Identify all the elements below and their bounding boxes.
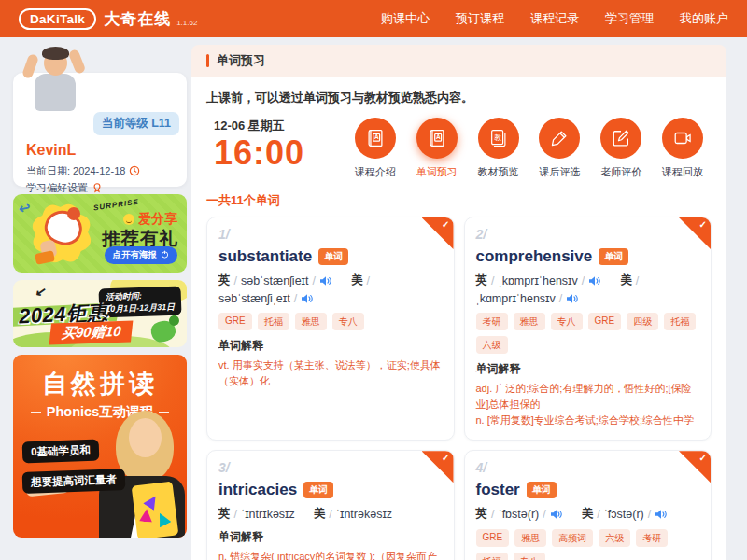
current-date-label: 当前日期: 2024-12-18 [26,164,125,178]
brand-name: 大奇在线 [104,8,171,30]
card-index: 4/ [476,460,700,475]
exam-tag: 托福 [664,313,696,330]
explain-label: 单词解释 [218,338,443,354]
arrow-icon: ↙ [35,283,48,300]
action-教材预览[interactable]: 教 教材预览 [470,118,528,179]
card-index: 1/ [218,227,443,242]
phonetics-row: 英/ˈfɒstə(r)/美/ˈfɔstə(r)/ [476,506,700,522]
version-label: 1.1.62 [176,19,197,27]
profile-section: 当前等级 L11 KevinL 当前日期: 2024-12-18 学习偏好设置 … [13,45,187,187]
surprise-label: SURPRISE [93,198,140,213]
top-nav-bar: DaKiTalk 大奇在线 1.1.62 购课中心预订课程课程记录学习管理我的账… [0,0,747,37]
pencil-icon [539,118,580,159]
lesson-time-block: 12-06 星期五 16:00 [206,118,346,172]
speaker-icon[interactable] [301,293,314,304]
intro-text: 上课前，可以透过单词预习与教材预览熟悉内容。 [206,90,712,106]
exam-tags: GRE雅思高频词六级考研托福专八 [476,529,700,560]
exam-tag: 四级 [627,313,658,330]
preferences-label: 学习偏好设置 [26,181,88,195]
username: KevinL [26,142,76,159]
preferences-row[interactable]: 学习偏好设置 [26,181,103,195]
definitions: n. 错综复杂( intricacy的名词复数 );（因复杂而产生的）难以理解;… [218,549,443,560]
textbook-icon: 教 [478,118,519,159]
exam-tag: 雅思 [514,529,546,547]
exam-tag: 雅思 [295,313,327,330]
action-老师评价[interactable]: 老师评价 [592,118,650,179]
speaker-icon[interactable] [319,275,332,287]
nav-item[interactable]: 我的账户 [680,10,728,27]
exam-tag: GRE [218,313,252,330]
exam-tag: GRE [588,313,622,330]
check-icon: ✓ [699,453,707,463]
exam-tags: GRE托福雅思专八 [218,313,443,330]
definition-line: adj. 广泛的;综合的;有理解力的，悟性好的;[保险业]总体担保的 [476,381,700,413]
schedule-row: 12-06 星期五 16:00 A 课程介绍 A 单词预习 教 教材预览 课后评… [206,118,712,179]
word-card-grid: ✓ 1/ substantiate 单词 英/səbˈstænʃieɪt/美/s… [206,217,712,560]
promo-time-badge: 活动时间: 10月1日-12月31日 [98,286,181,317]
nav-item[interactable]: 预订课程 [456,10,504,27]
exam-tag: 考研 [476,313,508,330]
word-text: substantiate [218,247,312,266]
definitions: adj. 广泛的;综合的;有理解力的，悟性好的;[保险业]总体担保的n. [常用… [476,381,700,428]
lesson-date: 12-06 星期五 [214,118,346,134]
check-icon: ✓ [442,453,449,463]
nav-item[interactable]: 课程记录 [530,10,579,27]
word-card[interactable]: ✓ 3/ intricacies 单词 英/ˈɪntrɪkəsɪz美/ˈɪntr… [206,450,455,560]
nav-item[interactable]: 学习管理 [605,10,654,27]
main-panel: 单词预习 上课前，可以透过单词预习与教材预览熟悉内容。 12-06 星期五 16… [191,45,726,560]
word-badge: 单词 [303,482,333,498]
check-icon: ✓ [442,219,449,230]
definitions: vt. 用事实支持（某主张、说法等），证实;使具体（实体）化 [218,357,443,389]
speaker-icon[interactable] [550,509,563,520]
exam-tag: GRE [476,529,510,547]
exam-tag: 专八 [551,313,583,330]
nav-item[interactable]: 购课中心 [381,10,430,27]
word-card[interactable]: ✓ 4/ foster 单词 英/ˈfɒstə(r)/美/ˈfɔstə(r)/ … [464,450,712,560]
lesson-actions: A 课程介绍 A 单词预习 教 教材预览 课后评选 老师评价 课程回放 [346,118,712,179]
speaker-icon[interactable] [588,275,601,287]
word-card[interactable]: ✓ 2/ comprehensive 单词 英/ˌkɒmprɪˈhensɪv/美… [464,217,712,441]
definition-line: vt. 用事实支持（某主张、说法等），证实;使具体（实体）化 [218,357,443,389]
action-课程介绍[interactable]: A 课程介绍 [346,118,404,179]
phonics-banner[interactable]: 自然拼读 Phonics互动课程 0基础学员和 想要提高词汇量者 [13,355,187,538]
check-icon: ✓ [699,219,707,230]
exam-tag: 专八 [514,553,545,560]
promo-banner[interactable]: ↙ 活动时间: 10月1日-12月31日 2024钜惠 买90赠10 [13,280,187,347]
explain-label: 单词解释 [218,529,443,545]
exam-tag: 雅思 [514,313,545,330]
word-badge: 单词 [318,248,348,265]
speaker-icon[interactable] [655,509,668,520]
phonics-pill-1: 0基础学员和 [22,440,100,464]
svg-text:A: A [436,133,441,140]
word-text: foster [476,481,520,499]
action-课程回放[interactable]: 课程回放 [654,118,712,179]
speaker-icon[interactable] [566,293,579,304]
word-text: comprehensive [476,247,593,266]
section-header: 单词预习 [191,45,726,77]
exam-tag: 六级 [476,336,508,354]
action-课后评选[interactable]: 课后评选 [530,118,588,179]
action-单词预习[interactable]: A 单词预习 [408,118,466,179]
poster-button[interactable]: 点开有海报 [105,246,178,264]
explain-label: 单词解释 [476,361,700,377]
video-icon [662,118,703,159]
definition-line: n. [常用复数]专业综合考试;综合学校;综合性中学 [476,413,700,428]
card-index: 3/ [218,460,443,475]
section-title: 单词预习 [217,52,265,69]
power-icon [161,250,169,260]
exam-tag: 托福 [258,313,289,330]
word-count: 一共11个单词 [206,192,712,209]
exam-tag: 托福 [476,553,508,560]
exam-tags: 考研雅思专八GRE四级托福六级 [476,313,700,354]
user-avatar [22,45,86,112]
definition-line: n. 错综复杂( intricacy的名词复数 );（因复杂而产生的）难以理解;… [218,549,443,560]
phonics-pill-2: 想要提高词汇量者 [22,469,126,494]
edit-square-icon [600,118,641,159]
referral-banner[interactable]: ↩ SURPRISE 爱分享 推荐有礼 点开有海报 [13,194,187,273]
level-badge: 当前等级 L11 [93,112,179,135]
svg-text:A: A [374,133,379,140]
word-card[interactable]: ✓ 1/ substantiate 单词 英/səbˈstænʃieɪt/美/s… [206,217,455,441]
book-a-icon: A [416,118,458,159]
main-nav: 购课中心预订课程课程记录学习管理我的账户 [381,10,728,27]
promo-deal-badge: 买90赠10 [49,320,134,344]
